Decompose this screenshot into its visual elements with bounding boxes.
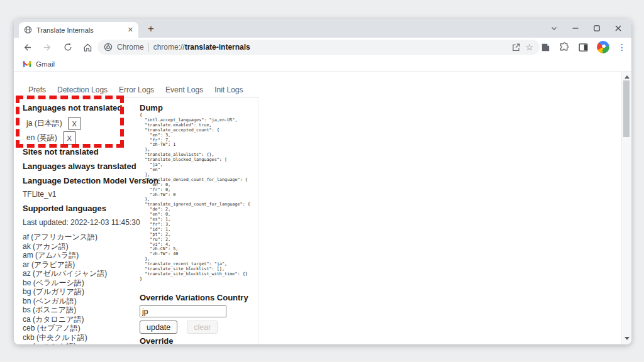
extensions-puzzle-icon[interactable]: [559, 42, 570, 53]
supported-language-item: co (コルシカ語): [23, 342, 107, 344]
country-input[interactable]: [140, 305, 226, 317]
bookmarks-bar: Gmail: [14, 57, 631, 72]
title-bar: Translate Internals ✕ +: [14, 19, 631, 38]
address-bar[interactable]: Chrome chrome://translate-internals ☆: [97, 40, 540, 55]
internals-tab[interactable]: Prefs: [23, 83, 52, 97]
supported-language-item: bs (ボスニア語): [23, 305, 107, 315]
languages-always-translated-heading: Languages always translated: [23, 162, 136, 171]
remove-language-button[interactable]: X: [68, 117, 81, 130]
sites-not-translated-heading: Sites not translated: [23, 147, 99, 156]
override-variations-country-heading: Override Variations Country: [140, 293, 248, 302]
chrome-logo-icon: [104, 43, 113, 52]
blocked-language-row: en (英語) X: [26, 131, 81, 145]
languages-not-translated-heading: Languages not translated: [23, 103, 122, 112]
blocked-language-label: ja (日本語): [26, 118, 62, 129]
override-heading: Override: [140, 336, 173, 344]
supported-language-item: az (アゼルバイジャン語): [23, 269, 107, 278]
sidebar-g-icon[interactable]: [540, 42, 551, 53]
bookmark-gmail[interactable]: Gmail: [36, 60, 55, 68]
panel-divider: [258, 97, 258, 344]
maximize-button[interactable]: [586, 19, 608, 36]
remove-language-button[interactable]: X: [63, 131, 76, 145]
scrollbar-thumb[interactable]: [623, 80, 630, 137]
back-button[interactable]: [20, 40, 35, 55]
supported-language-item: be (ベラルーシ語): [23, 278, 107, 288]
page-scrollbar[interactable]: [621, 72, 631, 344]
browser-window: Translate Internals ✕ +: [14, 19, 631, 344]
internals-tab[interactable]: Event Logs: [160, 83, 209, 97]
internals-tab[interactable]: Error Logs: [113, 83, 160, 97]
supported-language-item: ceb (セブアノ語): [23, 324, 107, 333]
forward-button[interactable]: [40, 40, 55, 55]
blocked-language-label: en (英語): [26, 133, 57, 143]
translate-internals-page: PrefsDetection LogsError LogsEvent LogsI…: [14, 72, 631, 344]
window-controls: [543, 19, 629, 36]
globe-favicon-icon: [24, 26, 32, 34]
home-button[interactable]: [80, 40, 95, 55]
model-version-value: TFLite_v1: [23, 190, 56, 199]
supported-language-item: ak (アカン語): [23, 242, 107, 251]
internals-tab[interactable]: Init Logs: [209, 83, 248, 97]
blocked-language-row: ja (日本語) X: [26, 116, 81, 131]
site-label: Chrome: [117, 43, 144, 52]
update-button[interactable]: update: [140, 321, 177, 334]
close-window-button[interactable]: [608, 19, 629, 36]
supported-language-item: bg (ブルガリア語): [23, 287, 107, 297]
browser-toolbar: Chrome chrome://translate-internals ☆ ⋮: [14, 38, 631, 57]
supported-language-item: ckb (中央クルド語): [23, 333, 107, 343]
supported-language-item: af (アフリカーンス語): [23, 233, 107, 242]
dump-json: { "intl.accept_languages": "ja,en-US", "…: [140, 113, 250, 282]
model-version-heading: Language Detection Model Version: [23, 176, 158, 185]
new-tab-button[interactable]: +: [143, 21, 158, 36]
tab-search-chevron-icon[interactable]: [543, 19, 565, 36]
dump-heading: Dump: [140, 103, 163, 112]
scrollbar-up-arrow-icon[interactable]: [625, 75, 630, 79]
tab-title: Translate Internals: [36, 26, 123, 34]
browser-tab[interactable]: Translate Internals ✕: [19, 22, 138, 38]
omnibox-divider: [148, 43, 149, 52]
clear-button[interactable]: clear: [187, 321, 218, 334]
last-updated-text: Last updated: 2022-12-03 11:45:30: [23, 218, 140, 227]
gmail-icon: [23, 60, 31, 68]
supported-language-item: ca (カタロニア語): [23, 315, 107, 324]
share-icon[interactable]: [511, 43, 521, 52]
side-panel-icon[interactable]: [578, 42, 589, 53]
supported-language-item: ar (アラビア語): [23, 260, 107, 270]
supported-languages-list: af (アフリカーンス語)ak (アカン語)am (アムハラ語)ar (アラビア…: [23, 233, 107, 344]
supported-language-item: am (アムハラ語): [23, 251, 107, 260]
internals-tabstrip: PrefsDetection LogsError LogsEvent LogsI…: [23, 83, 249, 97]
supported-language-item: bn (ベンガル語): [23, 297, 107, 306]
url-text[interactable]: chrome://translate-internals: [153, 43, 250, 52]
minimize-button[interactable]: [565, 19, 586, 36]
menu-dots-icon[interactable]: ⋮: [618, 42, 626, 52]
bookmark-star-icon[interactable]: ☆: [525, 43, 533, 52]
scrollbar-down-arrow-icon[interactable]: [625, 337, 630, 340]
blocked-languages-list: ja (日本語) X en (英語) X: [26, 116, 81, 145]
profile-avatar[interactable]: [597, 41, 609, 53]
internals-tab[interactable]: Detection Logs: [52, 83, 113, 97]
tab-close-icon[interactable]: ✕: [128, 26, 133, 33]
reload-button[interactable]: [60, 40, 75, 55]
supported-languages-heading: Supported languages: [23, 204, 106, 213]
